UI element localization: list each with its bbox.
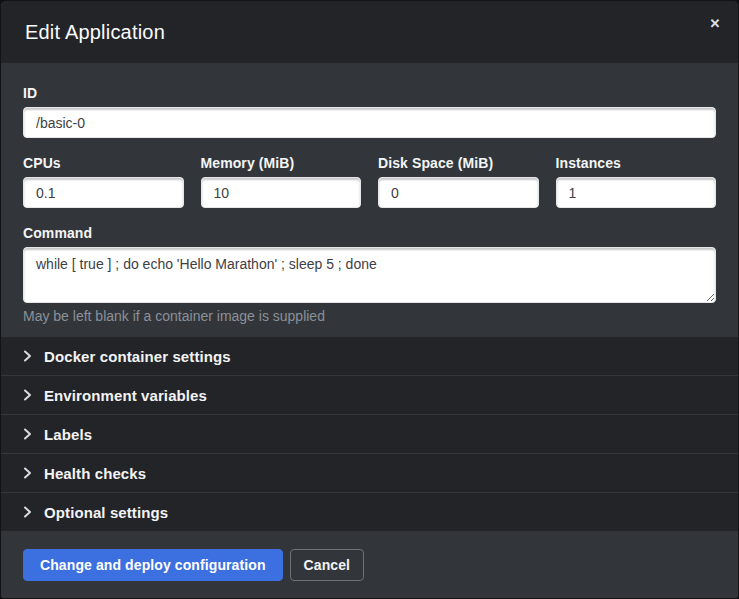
chevron-right-icon [23,389,32,401]
cpus-label: CPUs [23,156,184,170]
chevron-right-icon [23,428,32,440]
section-label: Environment variables [44,387,207,404]
command-help-text: May be left blank if a container image i… [23,308,716,324]
cpus-input[interactable] [23,177,184,208]
cpus-field-group: CPUs [23,156,184,208]
instances-label: Instances [556,156,717,170]
memory-input[interactable] [201,177,362,208]
section-health-checks[interactable]: Health checks [1,453,738,492]
modal-title: Edit Application [25,21,165,44]
instances-field-group: Instances [556,156,717,208]
memory-label: Memory (MiB) [201,156,362,170]
disk-space-input[interactable] [378,177,539,208]
command-textarea[interactable]: while [ true ] ; do echo 'Hello Marathon… [23,247,716,303]
modal-footer: Change and deploy configuration Cancel [1,531,738,598]
close-button[interactable]: ✕ [705,14,725,34]
chevron-right-icon [23,467,32,479]
chevron-right-icon [23,506,32,518]
chevron-right-icon [23,350,32,362]
section-label: Docker container settings [44,348,231,365]
id-input[interactable] [23,107,716,138]
resources-row: CPUs Memory (MiB) Disk Space (MiB) Insta… [23,156,716,208]
section-labels[interactable]: Labels [1,414,738,453]
id-label: ID [23,86,716,100]
memory-field-group: Memory (MiB) [201,156,362,208]
disk-space-field-group: Disk Space (MiB) [378,156,539,208]
section-label: Health checks [44,465,146,482]
instances-input[interactable] [556,177,717,208]
change-and-deploy-button[interactable]: Change and deploy configuration [23,549,283,581]
collapsible-sections: Docker container settings Environment va… [1,337,738,531]
disk-space-label: Disk Space (MiB) [378,156,539,170]
edit-application-modal: Edit Application ✕ ID CPUs Memory (MiB) … [0,0,739,599]
section-label: Labels [44,426,92,443]
command-field-group: Command while [ true ] ; do echo 'Hello … [23,226,716,324]
command-label: Command [23,226,716,240]
section-optional-settings[interactable]: Optional settings [1,492,738,531]
section-label: Optional settings [44,504,168,521]
section-environment-variables[interactable]: Environment variables [1,375,738,414]
edit-application-form: ID CPUs Memory (MiB) Disk Space (MiB) In… [1,63,738,337]
cancel-button[interactable]: Cancel [290,549,365,581]
section-docker-container-settings[interactable]: Docker container settings [1,337,738,375]
close-icon: ✕ [710,16,721,31]
id-field-group: ID [23,86,716,138]
modal-header: Edit Application ✕ [1,1,738,63]
